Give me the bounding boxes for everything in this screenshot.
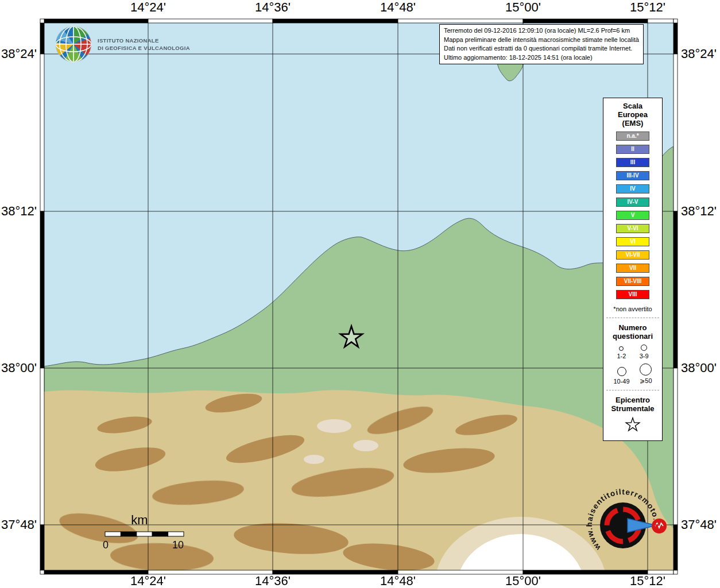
watermark-text-3: .it <box>652 517 661 527</box>
axis-tick-label: 38°00' <box>0 362 37 374</box>
axis-tick-label: 14°48' <box>380 1 416 14</box>
axis-tick-label: 14°24' <box>130 575 166 587</box>
ingv-name-line1: ISTITUTO NAZIONALE <box>98 37 190 44</box>
size-class: ⩾50 <box>640 363 652 385</box>
event-info-line3: Dati non verificati estratti da 0 questi… <box>444 44 639 53</box>
axis-tick-label: 14°24' <box>130 1 166 14</box>
legend: Scala Europea (EMS) n.a.* II III III-IV … <box>603 98 663 441</box>
scale-bar <box>105 532 184 536</box>
ems-chip-vi-vii: VI-VII <box>616 250 649 260</box>
ems-chip-v-vi: V-VI <box>616 224 649 233</box>
axis-tick-label: 38°12' <box>0 205 37 218</box>
ems-chip-vii: VII <box>616 264 649 273</box>
axis-tick-label: 15°12' <box>630 575 665 587</box>
size-class: 3-9 <box>640 345 649 359</box>
haisentito-logo-icon: www.haisentitoilterremoto.it <box>577 481 692 573</box>
ingv-logo: ISTITUTO NAZIONALE DI GEOFISICA E VULCAN… <box>55 25 190 63</box>
epicenter-legend-title: Epicentro Strumentale <box>603 396 662 413</box>
event-info-line4: Ultimo aggiornamento: 18-12-2025 14:51 (… <box>444 53 639 63</box>
size-class: 10-49 <box>613 367 629 385</box>
ems-chip-iii: III <box>616 158 649 167</box>
ems-chip-iv-v: IV-V <box>616 198 649 207</box>
axis-tick-label: 15°00' <box>505 575 541 587</box>
size-circle-icon <box>619 346 624 351</box>
ems-chip-iv: IV <box>616 184 649 194</box>
axis-tick-label: 38°24' <box>681 48 717 60</box>
event-info-line2: Mappa preliminare delle intensità macros… <box>444 36 639 45</box>
questionnaire-title: Numero questionari <box>603 323 662 341</box>
legend-footnote: *non avvertito <box>603 305 662 312</box>
event-info-line1: Terremoto del 09-12-2016 12:09:10 (ora l… <box>444 26 639 36</box>
ems-chip-ii: II <box>616 145 649 154</box>
scale-bar-end: 10 <box>172 539 184 551</box>
scale-bar-start: 0 <box>103 539 109 551</box>
legend-divider <box>606 318 659 318</box>
ems-chip-v: V <box>616 211 649 220</box>
scale-bar-unit: km <box>131 513 148 528</box>
ems-chip-vii-viii: VII-VIII <box>616 277 649 286</box>
axis-tick-label: 14°48' <box>380 575 416 587</box>
axis-tick-label: 37°48' <box>0 519 37 531</box>
size-circle-icon <box>640 363 652 376</box>
axis-tick-label: 15°12' <box>630 1 665 14</box>
size-circle-icon <box>641 345 647 351</box>
legend-title: Scala Europea (EMS) <box>603 102 662 127</box>
ems-chip-iii-iv: III-IV <box>616 171 649 180</box>
axis-tick-label: 38°12' <box>681 205 717 218</box>
axis-tick-label: 15°00' <box>505 1 541 14</box>
questionnaire-sizes-small: 1-2 3-9 <box>603 345 662 359</box>
ems-chip-na: n.a.* <box>616 131 649 141</box>
axis-tick-label: 14°36' <box>255 1 291 14</box>
ingv-name-line2: DI GEOFISICA E VULCANOLOGIA <box>98 44 190 52</box>
epicenter-star-legend-icon <box>625 416 641 432</box>
event-info-box: Terremoto del 09-12-2016 12:09:10 (ora l… <box>439 24 644 64</box>
axis-tick-label: 38°00' <box>681 362 717 374</box>
haisentito-watermark: www.haisentitoilterremoto.it <box>577 481 692 575</box>
axis-tick-label: 38°24' <box>0 48 37 60</box>
ingv-name: ISTITUTO NAZIONALE DI GEOFISICA E VULCAN… <box>98 37 190 52</box>
ingv-globe-icon <box>55 25 92 63</box>
axis-tick-label: 14°36' <box>255 575 291 587</box>
ems-chip-viii: VIII <box>616 290 649 299</box>
size-class: 1-2 <box>617 346 626 359</box>
size-circle-icon <box>617 367 626 376</box>
questionnaire-sizes-large: 10-49 ⩾50 <box>603 363 662 385</box>
ems-chip-vi: VI <box>616 237 649 246</box>
legend-divider <box>606 390 659 390</box>
